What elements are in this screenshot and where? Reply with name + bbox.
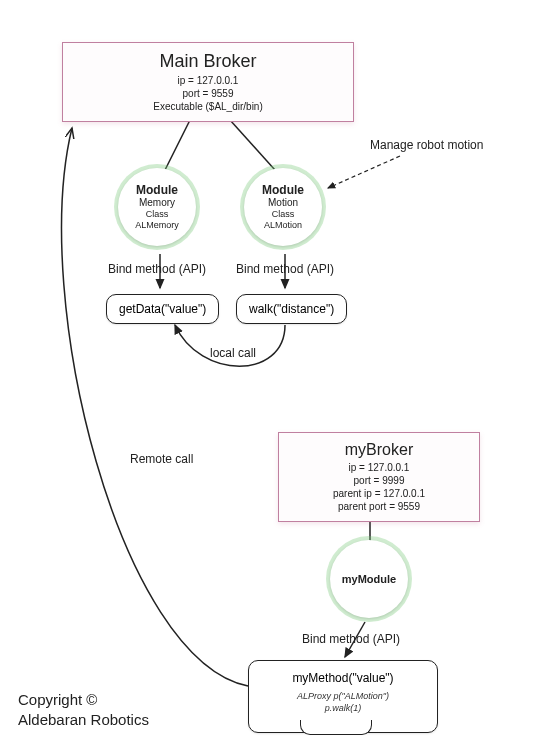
my-broker-title: myBroker: [289, 441, 469, 459]
my-method-code1: ALProxy p("ALMotion"): [263, 691, 423, 703]
get-data-text: getData("value"): [119, 302, 206, 316]
module-motion-title: Module: [262, 183, 304, 197]
svg-line-4: [328, 156, 400, 188]
my-broker-ip: ip = 127.0.0.1: [289, 461, 469, 474]
walk-text: walk("distance"): [249, 302, 334, 316]
my-method-title: myMethod("value"): [263, 671, 423, 685]
main-broker-title: Main Broker: [73, 51, 343, 72]
main-broker-ip: ip = 127.0.0.1: [73, 74, 343, 87]
walk-method-box: walk("distance"): [236, 294, 347, 324]
my-module-circle: myModule: [330, 540, 408, 618]
get-data-method-box: getData("value"): [106, 294, 219, 324]
my-module-title: myModule: [342, 573, 396, 585]
module-memory-class-name: ALMemory: [135, 220, 179, 231]
copyright-line2: Aldebaran Robotics: [18, 710, 149, 730]
module-memory-class-label: Class: [146, 209, 169, 220]
copyright-line1: Copyright ©: [18, 690, 149, 710]
bind-method-label-motion: Bind method (API): [236, 262, 334, 276]
svg-line-0: [165, 120, 190, 170]
my-method-tab: [300, 720, 372, 735]
main-broker-box: Main Broker ip = 127.0.0.1 port = 9559 E…: [62, 42, 354, 122]
manage-motion-label: Manage robot motion: [370, 138, 483, 152]
main-broker-exe: Executable ($AL_dir/bin): [73, 100, 343, 113]
module-memory-title: Module: [136, 183, 178, 197]
my-method-code2: p.walk(1): [263, 703, 423, 715]
my-broker-box: myBroker ip = 127.0.0.1 port = 9999 pare…: [278, 432, 480, 522]
bind-method-label-memory: Bind method (API): [108, 262, 206, 276]
my-broker-parent-ip: parent ip = 127.0.0.1: [289, 487, 469, 500]
my-broker-parent-port: parent port = 9559: [289, 500, 469, 513]
module-motion-class-label: Class: [272, 209, 295, 220]
remote-call-label: Remote call: [130, 452, 193, 466]
local-call-label: local call: [210, 346, 256, 360]
bind-method-label-my-module: Bind method (API): [302, 632, 400, 646]
my-broker-port: port = 9999: [289, 474, 469, 487]
module-memory-circle: Module Memory Class ALMemory: [118, 168, 196, 246]
module-memory-name: Memory: [139, 197, 175, 209]
svg-line-1: [230, 120, 275, 170]
copyright-text: Copyright © Aldebaran Robotics: [18, 690, 149, 729]
module-motion-circle: Module Motion Class ALMotion: [244, 168, 322, 246]
main-broker-port: port = 9559: [73, 87, 343, 100]
module-motion-class-name: ALMotion: [264, 220, 302, 231]
module-motion-name: Motion: [268, 197, 298, 209]
